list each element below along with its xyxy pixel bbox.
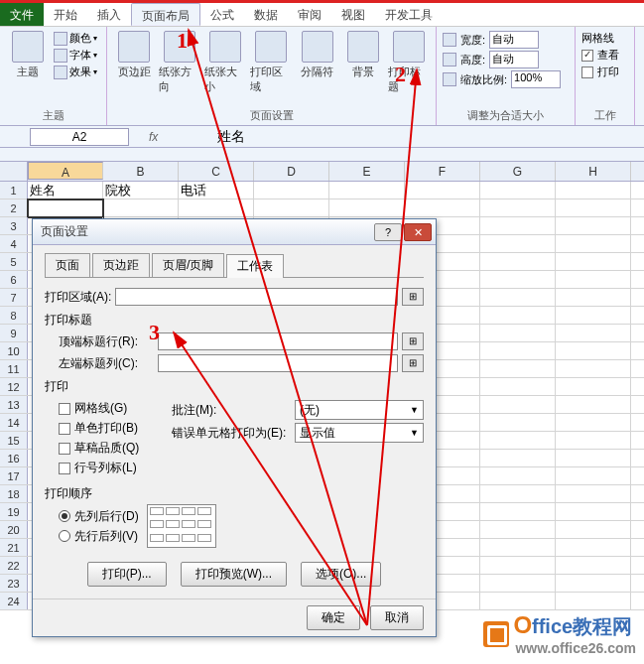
row-header[interactable]: 1 (0, 182, 28, 199)
fx-icon[interactable]: fx (149, 130, 158, 144)
breaks-button[interactable]: 分隔符 (297, 31, 338, 94)
group-themes-label: 主题 (6, 106, 100, 123)
themes-button[interactable]: 主题 (6, 31, 50, 79)
col-header-c[interactable]: C (179, 162, 254, 181)
cell[interactable]: 电话 (179, 182, 254, 199)
top-rows-label: 顶端标题行(R): (59, 333, 154, 350)
watermark-url: www.office26.com (515, 640, 636, 656)
dlgtab-headerfooter[interactable]: 页眉/页脚 (152, 253, 224, 277)
print-area-input[interactable] (115, 288, 398, 306)
page-setup-dialog: 页面设置 ? ✕ 页面 页边距 页眉/页脚 工作表 打印区域(A): ⊞ 打印标… (32, 218, 437, 637)
select-all-corner[interactable] (0, 162, 28, 181)
cancel-button[interactable]: 取消 (370, 605, 424, 630)
dialog-titlebar[interactable]: 页面设置 ? ✕ (33, 219, 436, 245)
orientation-button[interactable]: 纸张方向 (159, 31, 200, 94)
dlgtab-page[interactable]: 页面 (45, 253, 90, 277)
width-icon (443, 33, 456, 47)
tab-home[interactable]: 开始 (44, 3, 87, 26)
bw-checkbox[interactable] (59, 423, 70, 435)
size-button[interactable]: 纸张大小 (204, 31, 246, 94)
tab-view[interactable]: 视图 (331, 3, 375, 26)
over-down-radio[interactable] (59, 530, 70, 542)
tab-file[interactable]: 文件 (0, 3, 44, 26)
printarea-icon (255, 31, 287, 63)
preview-button[interactable]: 打印预览(W)... (181, 562, 287, 587)
tab-formulas[interactable]: 公式 (200, 3, 244, 26)
print-titles-button[interactable]: 打印标题 (388, 31, 430, 94)
fonts-button[interactable]: 字体▾ (54, 48, 97, 63)
ok-button[interactable]: 确定 (307, 605, 360, 630)
scale-label: 缩放比例: (460, 72, 507, 87)
col-header-a[interactable]: A (28, 162, 103, 180)
gridlines-checkbox[interactable] (59, 403, 70, 415)
left-cols-label: 左端标题列(C): (59, 355, 154, 372)
scale-select[interactable]: 100% (511, 70, 561, 88)
cell[interactable]: 姓名 (28, 182, 103, 199)
breaks-icon (302, 31, 333, 63)
comments-combo[interactable]: (无)▼ (295, 400, 424, 420)
background-button[interactable]: 背景 (342, 31, 384, 94)
dlgtab-margins[interactable]: 页边距 (92, 253, 150, 277)
height-label: 高度: (460, 53, 485, 67)
tab-page-layout[interactable]: 页面布局 (131, 3, 200, 26)
close-button[interactable]: ✕ (404, 223, 432, 241)
options-button[interactable]: 选项(O)... (301, 562, 381, 587)
group-pagesetup-label: 页面设置 (113, 106, 430, 123)
errors-label: 错误单元格打印为(E): (172, 425, 291, 442)
print-area-label: 打印区域(A): (45, 289, 111, 306)
size-icon (209, 31, 241, 63)
orientation-icon (164, 31, 195, 63)
print-area-picker-icon[interactable]: ⊞ (402, 288, 424, 306)
col-header-b[interactable]: B (103, 162, 179, 181)
background-icon (347, 31, 379, 63)
top-rows-picker-icon[interactable]: ⊞ (402, 332, 424, 350)
scale-icon (443, 72, 456, 86)
row-header[interactable]: 2 (0, 199, 28, 216)
col-header-d[interactable]: D (254, 162, 329, 181)
name-box[interactable]: A2 (30, 128, 129, 146)
formula-bar: A2 fx 姓名 (0, 126, 644, 148)
tab-review[interactable]: 审阅 (288, 3, 331, 26)
print-order-preview-icon (147, 504, 216, 548)
col-header-f[interactable]: F (405, 162, 480, 181)
left-cols-picker-icon[interactable]: ⊞ (402, 354, 424, 372)
cell-selected[interactable] (28, 199, 103, 217)
width-select[interactable]: 自动 (489, 31, 539, 49)
tab-insert[interactable]: 插入 (87, 3, 131, 26)
print-order-section: 打印顺序 (45, 485, 424, 502)
draft-checkbox[interactable] (59, 443, 70, 455)
cell[interactable]: 院校 (103, 182, 179, 199)
col-header-h[interactable]: H (556, 162, 631, 181)
fonts-icon (54, 49, 67, 63)
print-titles-icon (393, 31, 425, 63)
col-header-e[interactable]: E (329, 162, 405, 181)
gridlines-print-checkbox[interactable] (581, 66, 593, 78)
effects-button[interactable]: 效果▾ (54, 65, 97, 79)
print-titles-section: 打印标题 (45, 312, 424, 329)
dlgtab-sheet[interactable]: 工作表 (226, 254, 284, 278)
group-gridlines-label: 工作 (581, 106, 628, 123)
colors-button[interactable]: 颜色▾ (54, 31, 97, 46)
down-over-radio[interactable] (59, 510, 70, 522)
watermark-icon (483, 621, 509, 647)
formula-value[interactable]: 姓名 (217, 128, 245, 146)
print-button[interactable]: 打印(P)... (87, 562, 167, 587)
tab-data[interactable]: 数据 (244, 3, 288, 26)
left-cols-input[interactable] (158, 354, 398, 372)
printarea-button[interactable]: 打印区域 (250, 31, 292, 94)
tab-developer[interactable]: 开发工具 (375, 3, 443, 26)
comments-label: 批注(M): (172, 402, 291, 419)
chevron-down-icon: ▼ (410, 428, 419, 438)
top-rows-input[interactable] (158, 332, 398, 350)
height-select[interactable]: 自动 (489, 51, 539, 68)
colors-icon (54, 32, 67, 46)
ribbon-tabs: 文件 开始 插入 页面布局 公式 数据 审阅 视图 开发工具 (0, 3, 644, 27)
rowcol-checkbox[interactable] (59, 463, 70, 474)
themes-icon (12, 31, 44, 63)
gridlines-view-checkbox[interactable] (581, 50, 593, 62)
help-button[interactable]: ? (374, 223, 402, 241)
col-header-g[interactable]: G (480, 162, 556, 181)
errors-combo[interactable]: 显示值▼ (295, 423, 424, 443)
print-section: 打印 (45, 378, 424, 395)
margins-button[interactable]: 页边距 (113, 31, 155, 94)
